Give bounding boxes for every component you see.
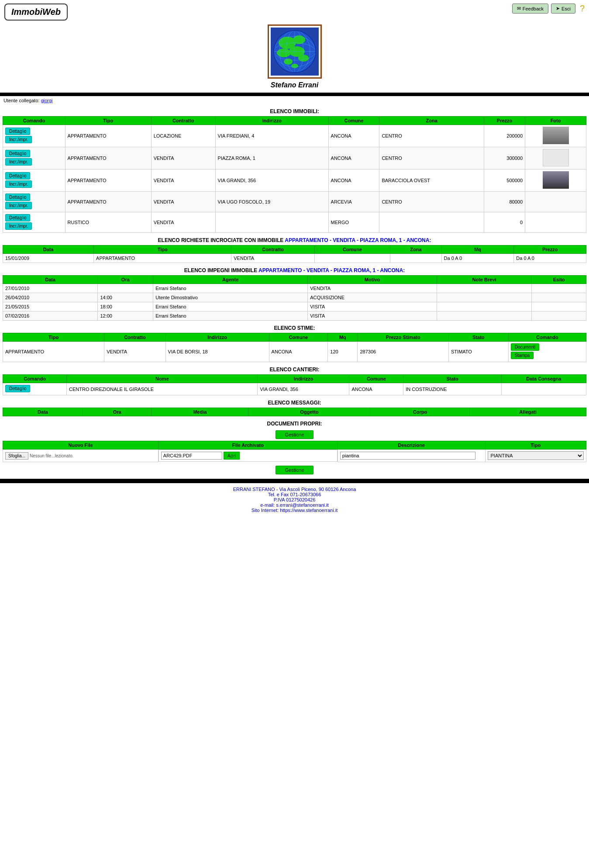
incr-impr-button[interactable]: Incr./impr. — [5, 202, 32, 209]
table-row: Sfoglia... Nessun file...lezionato. Apri… — [3, 450, 586, 462]
col-foto: Foto — [525, 117, 586, 125]
ccol-nome: Nome — [67, 375, 258, 383]
scol-contratto: Contratto — [104, 333, 165, 342]
col-contratto: Contratto — [151, 117, 215, 125]
mcol-allegati: Allegati — [470, 408, 586, 416]
documenti-button[interactable]: Documenti — [511, 343, 540, 351]
scol-mq: Mq — [328, 333, 358, 342]
stampa-button[interactable]: Stampa — [511, 352, 534, 359]
dettaglio-button[interactable]: Dettaglio — [5, 194, 30, 201]
svg-point-4 — [277, 48, 291, 57]
dettaglio-button[interactable]: Dettaglio — [5, 214, 30, 221]
ccol-stato: Stato — [403, 375, 501, 383]
feedback-icon: ✉ — [517, 6, 521, 11]
incr-impr-button[interactable]: Incr./impr. — [5, 180, 32, 188]
documenti-propri-title: DOCUMENTI PROPRI: — [0, 417, 589, 429]
descrizione-input[interactable] — [340, 452, 475, 460]
scol-indirizzo: Indirizzo — [165, 333, 269, 342]
tipo-select[interactable]: PIANTINA FOTO DOCUMENTO — [488, 451, 584, 460]
cantieri-table: Comando Nome Indirizzo Comune Stato Data… — [3, 374, 586, 395]
mcol-corpo: Corpo — [370, 408, 470, 416]
table-row: 21/05/2015 18:00 Errani Stefano VISITA — [3, 302, 586, 311]
dcol-descrizione: Descrizione — [338, 441, 485, 450]
incr-impr-button[interactable]: Incr./impr. — [5, 222, 32, 230]
scol-comando: Comando — [508, 333, 586, 342]
cantieri-dettaglio-button[interactable]: Dettaglio — [5, 385, 30, 392]
table-row: 07/02/2016 12:00 Errani Stefano VISITA — [3, 311, 586, 321]
rcol-contratto: Contratto — [231, 246, 315, 254]
richieste-title: ELENCO RICHIESTE INCROCIATE CON IMMOBILE… — [0, 234, 589, 245]
icol-data: Data — [3, 276, 98, 284]
table-row: 15/01/2009 APPARTAMENTO VENDITA Da 0 A 0… — [3, 254, 586, 263]
messaggi-table: Data Ora Media Oggetto Corpo Allegati — [3, 408, 586, 416]
dcol-nuovo-file: Nuovo File — [3, 441, 158, 450]
file-selected-label: Nessun file...lezionato. — [30, 453, 74, 458]
table-row: 26/04/2010 14:00 Utente Dimostrativo ACQ… — [3, 293, 586, 302]
user-link[interactable]: giorgi — [41, 98, 53, 103]
rcol-prezzo: Prezzo — [514, 246, 586, 254]
feedback-button[interactable]: ✉ Feedback — [512, 3, 548, 14]
table-row: APPARTAMENTO VENDITA VIA DE BORSI, 18 AN… — [3, 342, 586, 362]
mcol-ora: Ora — [83, 408, 152, 416]
incr-impr-button[interactable]: Incr./impr. — [5, 136, 32, 143]
table-row: 27/01/2010 Errani Stefano VENDITA — [3, 284, 586, 293]
ccol-data-consegna: Data Consegna — [501, 375, 586, 383]
mcol-media: Media — [152, 408, 248, 416]
rcol-comune: Comune — [314, 246, 390, 254]
scol-comune: Comune — [269, 333, 328, 342]
dcol-tipo: Tipo — [485, 441, 586, 450]
scol-prezzo-stimato: Prezzo Stimato — [358, 333, 449, 342]
impegni-table: Data Ora Agente Motivo Note Brevi Esito … — [3, 275, 586, 321]
svg-point-6 — [298, 55, 309, 62]
file-archivato-input[interactable] — [161, 452, 222, 460]
rcol-mq: Mq — [441, 246, 514, 254]
icol-esito: Esito — [532, 276, 586, 284]
user-bar: Utente collegato: giorgi — [0, 96, 589, 105]
stime-table: Tipo Contratto Indirizzo Comune Mq Prezz… — [3, 333, 586, 362]
sfoglia-button[interactable]: Sfoglia... — [5, 452, 28, 460]
dettaglio-button[interactable]: Dettaglio — [5, 128, 30, 135]
footer-black-bar — [0, 479, 589, 483]
esci-button[interactable]: ➤ Esci — [551, 3, 575, 14]
elenco-immobili-table: Comando Tipo Contratto Indirizzo Comune … — [3, 116, 586, 233]
icol-agente: Agente — [153, 276, 308, 284]
help-icon[interactable]: ? — [580, 3, 585, 14]
stime-title: ELENCO STIME: — [0, 322, 589, 333]
ccol-indirizzo: Indirizzo — [258, 375, 349, 383]
gestione-button-bottom[interactable]: Gestione — [276, 466, 313, 474]
col-comando: Comando — [3, 117, 65, 125]
icol-motivo: Motivo — [308, 276, 437, 284]
scol-tipo: Tipo — [3, 333, 104, 342]
col-zona: Zona — [379, 117, 484, 125]
incr-impr-button[interactable]: Incr./impr. — [5, 158, 32, 166]
dettaglio-button[interactable]: Dettaglio — [5, 172, 30, 180]
rcol-zona: Zona — [390, 246, 441, 254]
gestione-button-top[interactable]: Gestione — [276, 430, 313, 439]
impegni-title: ELENCO IMPEGNI IMMOBILE APPARTAMENTO - V… — [0, 264, 589, 275]
apri-button[interactable]: Apri — [224, 452, 240, 460]
esci-icon: ➤ — [556, 6, 560, 11]
company-name: Stefano Errani — [0, 81, 589, 89]
logo: ImmobiWeb — [4, 3, 68, 21]
rcol-tipo: Tipo — [94, 246, 231, 254]
table-row: Dettaglio Incr./impr. APPARTAMENTO VENDI… — [3, 169, 586, 192]
mcol-oggetto: Oggetto — [248, 408, 370, 416]
elenco-immobili-title: ELENCO IMMOBILI: — [0, 105, 589, 116]
ccol-comune: Comune — [349, 375, 403, 383]
col-comune: Comune — [328, 117, 379, 125]
col-tipo: Tipo — [65, 117, 151, 125]
messaggi-title: ELENCO MESSAGGI: — [0, 396, 589, 408]
table-row: Dettaglio Incr./impr. APPARTAMENTO VENDI… — [3, 147, 586, 169]
richieste-table: Data Tipo Contratto Comune Zona Mq Prezz… — [3, 245, 586, 263]
col-prezzo: Prezzo — [484, 117, 525, 125]
top-black-bar — [0, 93, 589, 96]
scol-stato: Stato — [449, 333, 509, 342]
documenti-propri-table: Nuovo File File Archivato Descrizione Ti… — [3, 441, 586, 462]
table-row: Dettaglio CENTRO DIREZIONALE IL GIRASOLE… — [3, 383, 586, 395]
svg-point-7 — [284, 59, 293, 65]
cantieri-title: ELENCO CANTIERI: — [0, 363, 589, 374]
table-row: Dettaglio Incr./impr. APPARTAMENTO LOCAZ… — [3, 125, 586, 147]
dettaglio-button[interactable]: Dettaglio — [5, 150, 30, 157]
col-indirizzo: Indirizzo — [215, 117, 328, 125]
ccol-comando: Comando — [3, 375, 67, 383]
